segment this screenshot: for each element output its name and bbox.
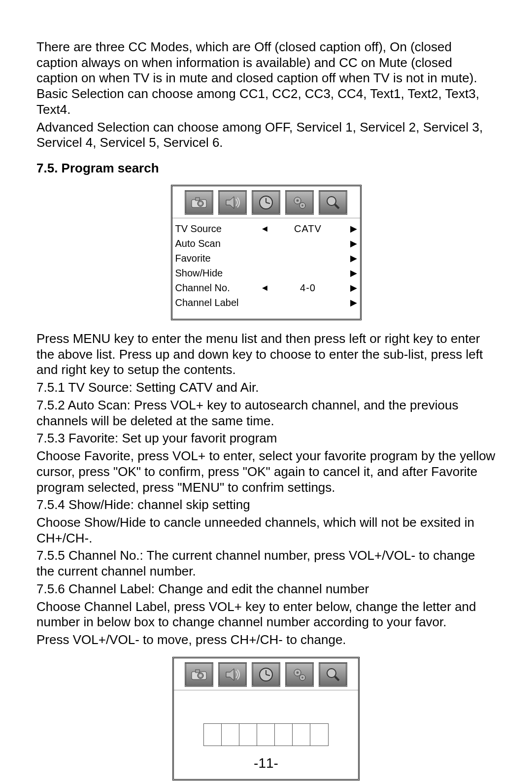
menu-row-favorite: Favorite ▶ xyxy=(175,251,357,266)
svg-point-23 xyxy=(297,671,299,674)
magnifier-icon xyxy=(319,190,347,215)
menu-label: Favorite xyxy=(175,253,259,264)
char-cell xyxy=(310,724,328,746)
camera-icon xyxy=(185,190,213,215)
menu-tab-icons xyxy=(174,658,358,690)
menu-value: CATV xyxy=(271,223,345,235)
char-input-cells xyxy=(203,723,329,746)
instruction-text: 7.5.6 Channel Label: Change and edit the… xyxy=(36,581,496,597)
gear-icon xyxy=(285,190,314,215)
svg-rect-1 xyxy=(196,198,200,201)
menu-value: 4-0 xyxy=(271,282,345,294)
instruction-text: 7.5.4 Show/Hide: channel skip setting xyxy=(36,497,496,513)
instruction-text: 7.5.2 Auto Scan: Press VOL+ key to autos… xyxy=(36,398,496,429)
menu-label: Channel Label xyxy=(175,297,259,308)
instruction-text: Press VOL+/VOL- to move, press CH+/CH- t… xyxy=(36,632,496,648)
svg-point-25 xyxy=(301,677,303,679)
char-cell xyxy=(239,724,257,746)
svg-rect-15 xyxy=(196,670,200,673)
menu-row-show-hide: Show/Hide ▶ xyxy=(175,266,357,280)
svg-point-3 xyxy=(199,202,202,205)
speaker-icon xyxy=(218,190,247,215)
right-arrow-icon: ▶ xyxy=(345,297,357,308)
clock-icon xyxy=(252,190,280,215)
char-cell xyxy=(275,724,293,746)
char-cell xyxy=(293,724,310,746)
page-number: -11- xyxy=(0,755,532,771)
right-arrow-icon: ▶ xyxy=(345,253,357,264)
char-cell xyxy=(222,724,239,746)
svg-line-27 xyxy=(335,677,339,680)
document-page: There are three CC Modes, which are Off … xyxy=(0,0,532,782)
instruction-text: Choose Show/Hide to cancle unneeded chan… xyxy=(36,515,496,546)
right-arrow-icon: ▶ xyxy=(345,223,357,234)
menu-row-tv-source: TV Source ◄ CATV ▶ xyxy=(175,221,357,236)
svg-marker-4 xyxy=(226,197,234,208)
left-arrow-icon: ◄ xyxy=(259,224,271,234)
left-arrow-icon: ◄ xyxy=(259,283,271,293)
instruction-text: Choose Favorite, press VOL+ to enter, se… xyxy=(36,448,496,495)
menu-row-channel-no: Channel No. ◄ 4-0 ▶ xyxy=(175,280,357,295)
svg-point-12 xyxy=(327,197,336,205)
svg-point-9 xyxy=(297,200,299,202)
menu-row-auto-scan: Auto Scan ▶ xyxy=(175,236,357,251)
magnifier-icon xyxy=(319,662,347,687)
instruction-text: Press MENU key to enter the menu list an… xyxy=(36,331,496,378)
svg-line-13 xyxy=(335,204,339,208)
right-arrow-icon: ▶ xyxy=(345,268,357,278)
instruction-text: Choose Channel Label, press VOL+ key to … xyxy=(36,599,496,630)
gear-icon xyxy=(285,662,314,687)
right-arrow-icon: ▶ xyxy=(345,238,357,249)
menu-label: Channel No. xyxy=(175,282,259,294)
char-cell xyxy=(257,724,275,746)
camera-icon xyxy=(185,662,213,687)
right-arrow-icon: ▶ xyxy=(345,282,357,293)
menu-label: Auto Scan xyxy=(175,238,259,249)
char-cell xyxy=(204,724,222,746)
menu-label: Show/Hide xyxy=(175,268,259,279)
section-heading: 7.5. Program search xyxy=(36,161,496,176)
intro-paragraph-1: There are three CC Modes, which are Off … xyxy=(36,39,496,118)
intro-paragraph-2: Advanced Selection can choose among OFF,… xyxy=(36,120,496,151)
svg-point-17 xyxy=(199,674,202,677)
speaker-icon xyxy=(218,662,247,687)
svg-point-11 xyxy=(301,204,303,206)
menu-row-channel-label: Channel Label ▶ xyxy=(175,295,357,310)
svg-point-26 xyxy=(327,669,336,678)
instruction-text: 7.5.3 Favorite: Set up your favorit prog… xyxy=(36,431,496,446)
menu-tab-icons xyxy=(172,186,360,218)
instruction-text: 7.5.1 TV Source: Setting CATV and Air. xyxy=(36,380,496,396)
clock-icon xyxy=(252,662,280,687)
menu-rows: TV Source ◄ CATV ▶ Auto Scan ▶ Favorite … xyxy=(172,218,360,319)
instruction-text: 7.5.5 Channel No.: The current channel n… xyxy=(36,548,496,579)
menu-label: TV Source xyxy=(175,223,259,235)
svg-marker-18 xyxy=(226,669,234,680)
program-search-menu: TV Source ◄ CATV ▶ Auto Scan ▶ Favorite … xyxy=(171,185,362,320)
